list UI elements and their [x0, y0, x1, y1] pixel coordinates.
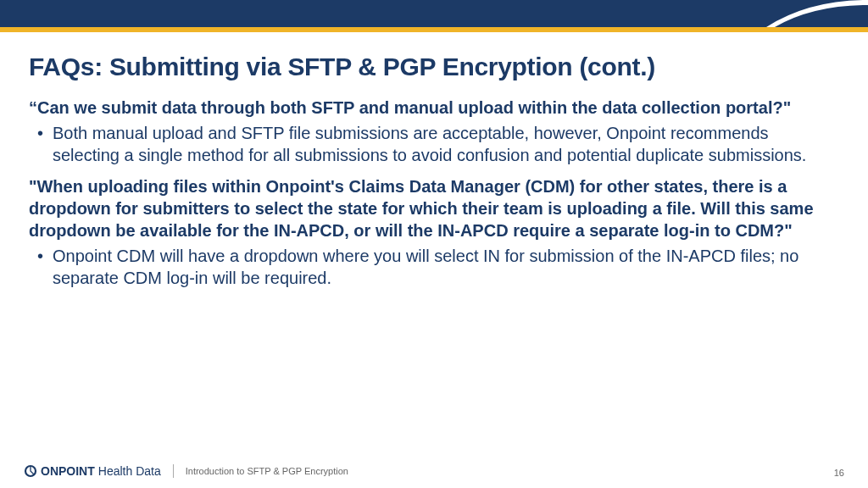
brand-logo: ONPOINTHealth Data [24, 464, 161, 478]
faq-answer-2-bullet: Onpoint CDM will have a dropdown where y… [29, 245, 839, 290]
footer-divider [173, 464, 174, 478]
header-bar [0, 0, 868, 27]
faq-question-2: "When uploading files within Onpoint's C… [29, 175, 839, 241]
faq-answer-1-bullet: Both manual upload and SFTP file submiss… [29, 122, 839, 167]
brand-name-bold: ONPOINT [41, 464, 95, 478]
footer-doc-title: Introduction to SFTP & PGP Encryption [186, 466, 348, 476]
brand-name-light: Health Data [98, 464, 161, 478]
swoosh-decoration [766, 0, 868, 27]
faq-answer-2: Onpoint CDM will have a dropdown where y… [29, 245, 839, 290]
page-number: 16 [834, 468, 844, 478]
logo-mark-icon [24, 464, 37, 478]
faq-question-1: “Can we submit data through both SFTP an… [29, 97, 839, 119]
slide-title: FAQs: Submitting via SFTP & PGP Encrypti… [29, 53, 839, 81]
footer: ONPOINTHealth Data Introduction to SFTP … [0, 454, 868, 488]
faq-answer-1: Both manual upload and SFTP file submiss… [29, 122, 839, 167]
slide-content: FAQs: Submitting via SFTP & PGP Encrypti… [0, 32, 868, 290]
